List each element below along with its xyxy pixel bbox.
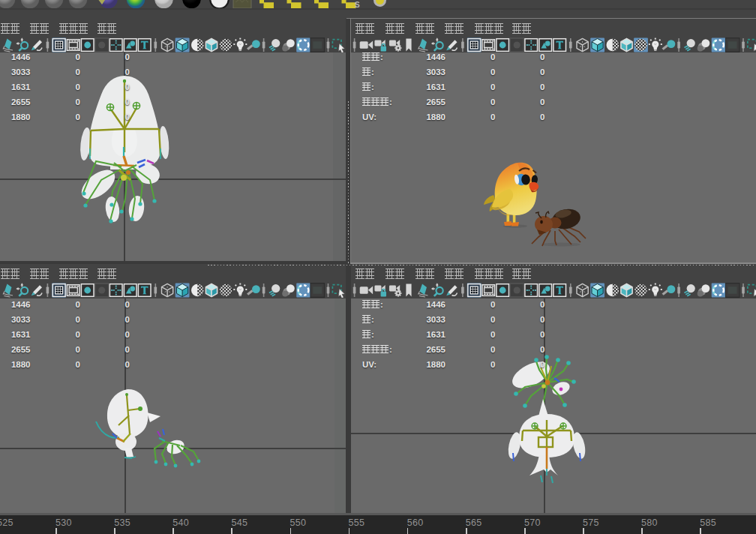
svg-text:S: S [355,1,360,9]
